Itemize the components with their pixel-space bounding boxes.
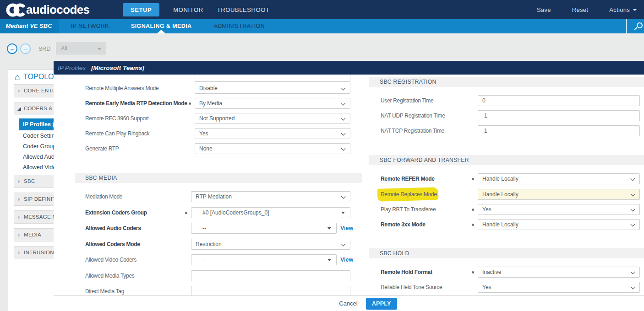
required-bullet-icon xyxy=(472,178,474,180)
allowed-audio-coders-label: Allowed Audio Coders xyxy=(85,223,141,234)
nat-tcp-registration-time-input[interactable]: -1 xyxy=(478,125,640,136)
play-rbt-to-transferee-select[interactable]: Yes xyxy=(478,204,640,215)
menu-troubleshoot[interactable]: TROUBLESHOOT xyxy=(217,6,270,13)
required-bullet-icon xyxy=(472,209,474,211)
dialog-footer: Cancel APPLY xyxy=(54,295,644,311)
remote-replaces-mode-select[interactable]: Handle Locally xyxy=(478,189,640,200)
user-registration-time-label: User Registration Time xyxy=(381,95,433,106)
sub-nav: Mediant VE SBC IP NETWORKSIGNALING & MED… xyxy=(0,19,644,33)
allowed-video-coders-select[interactable]: -- xyxy=(191,254,337,265)
form-row-generate-rtp: Generate RTPNone xyxy=(54,143,644,154)
collapse-icon xyxy=(17,107,21,111)
caret-down-icon xyxy=(633,9,637,11)
expand-icon xyxy=(18,198,20,201)
allowed-coders-mode-label: Allowed Coders Mode xyxy=(85,239,140,250)
logo-text: audiocodes xyxy=(26,3,89,17)
allowed-media-types-label: Allowed Media Types xyxy=(85,270,134,281)
expand-icon xyxy=(18,251,20,255)
reliable-held-tone-source-select[interactable]: Yes xyxy=(478,282,640,293)
section-sbc-hold: SBC HOLD xyxy=(369,248,644,258)
form-row-reliable-held-tone-source: Reliable Held Tone SourceYes xyxy=(54,282,644,293)
chevron-down-icon xyxy=(98,48,101,50)
required-bullet-icon xyxy=(472,271,474,273)
tab-ip-network[interactable]: IP NETWORK xyxy=(71,19,109,33)
expand-icon xyxy=(18,89,20,93)
remote-can-play-ringback-label: Remote Can Play Ringback xyxy=(85,128,149,139)
cancel-button[interactable]: Cancel xyxy=(339,300,357,307)
play-rbt-to-transferee-label: Play RBT To Transferee xyxy=(381,204,436,215)
form-row-remote-replaces-mode: Remote Replaces ModeHandle Locally xyxy=(54,189,644,200)
menu-monitor[interactable]: MONITOR xyxy=(173,6,203,13)
nat-tcp-registration-time-label: NAT TCP Registration Time xyxy=(381,125,444,136)
user-registration-time-input[interactable]: 0 xyxy=(478,95,640,106)
subnav-tabs: IP NETWORKSIGNALING & MEDIAADMINISTRATIO… xyxy=(71,19,265,33)
search-icon[interactable] xyxy=(635,22,643,30)
tab-administration[interactable]: ADMINISTRATION xyxy=(213,19,265,33)
required-bullet-icon xyxy=(472,224,474,226)
expand-icon xyxy=(18,180,20,183)
nat-udp-registration-time-label: NAT UDP Registration Time xyxy=(381,110,445,121)
allowed-coders-mode-select[interactable]: Restriction xyxy=(191,239,350,250)
nat-udp-registration-time-input[interactable]: -1 xyxy=(478,110,640,121)
dialog-title: IP Profiles xyxy=(58,64,86,71)
srd-dropdown[interactable]: All xyxy=(56,43,106,54)
remote-refer-mode-select[interactable]: Handle Locally xyxy=(478,173,640,184)
form-row-remote-hold-format: Remote Hold FormatInactive xyxy=(54,267,644,278)
ip-profiles-dialog: IP Profiles [Microsoft Teams] Remote Mul… xyxy=(54,61,644,311)
dialog-header: IP Profiles [Microsoft Teams] xyxy=(54,61,644,75)
search-separator xyxy=(626,19,627,33)
top-bar: audiocodes SETUPMONITORTROUBLESHOOT Save… xyxy=(0,0,644,19)
form-row-remote-3xx-mode: Remote 3xx ModeHandle Locally xyxy=(54,219,644,230)
audiocodes-logo[interactable]: audiocodes xyxy=(5,1,89,18)
dropdown-arrow-icon xyxy=(327,259,331,261)
topbar-actions: SaveResetActions xyxy=(537,0,637,19)
menu-setup[interactable]: SETUP xyxy=(123,3,159,16)
generate-rtp-select[interactable]: None xyxy=(195,143,350,154)
dialog-context: [Microsoft Teams] xyxy=(91,64,144,71)
remote-refer-mode-label: Remote REFER Mode xyxy=(381,173,435,184)
apply-button[interactable]: APPLY xyxy=(366,298,397,310)
allowed-video-coders-label: Allowed Video Coders xyxy=(85,254,136,265)
remote-3xx-mode-select[interactable]: Handle Locally xyxy=(478,219,640,230)
remote-replaces-mode-label: Remote Replaces Mode xyxy=(381,189,437,200)
topbar-menu: SETUPMONITORTROUBLESHOOT xyxy=(123,0,270,19)
expand-icon xyxy=(18,215,20,219)
remote-multiple-answers-mode-select[interactable]: Disable xyxy=(195,83,350,94)
remote-hold-format-select[interactable]: Inactive xyxy=(478,267,640,278)
mediation-mode-label: Mediation Mode xyxy=(85,191,122,202)
remote-early-media-rtp-detection-mode-label: Remote Early Media RTP Detection Mode xyxy=(85,98,187,109)
expand-icon xyxy=(18,233,20,237)
allowed-video-coders-view-link[interactable]: View xyxy=(340,254,353,265)
generate-rtp-label: Generate RTP xyxy=(85,143,119,154)
extension-coders-group-label: Extension Coders Group xyxy=(85,207,147,218)
save-button[interactable]: Save xyxy=(537,6,551,13)
remote-multiple-answers-mode-label: Remote Multiple Answers Mode xyxy=(85,83,158,94)
srd-label: SRD xyxy=(38,46,50,52)
section-sbc-forward-and-transfer: SBC FORWARD AND TRANSFER xyxy=(369,155,644,165)
remote-rfc-3960-support-label: Remote RFC 3960 Support xyxy=(85,113,149,124)
device-name: Mediant VE SBC xyxy=(0,19,58,33)
back-button[interactable]: ← xyxy=(7,43,17,54)
tab-signaling-media[interactable]: SIGNALING & MEDIA xyxy=(131,19,192,33)
section-sbc-registration: SBC REGISTRATION xyxy=(369,77,644,87)
actions-button[interactable]: Actions xyxy=(609,6,637,13)
remote-3xx-mode-label: Remote 3xx Mode xyxy=(381,219,426,230)
home-icon: ⌂ xyxy=(15,72,20,81)
form-row-remote-refer-mode: Remote REFER ModeHandle Locally xyxy=(54,173,644,184)
page: audiocodes SETUPMONITORTROUBLESHOOT Save… xyxy=(0,0,644,311)
remote-hold-format-label: Remote Hold Format xyxy=(381,267,432,278)
reset-button[interactable]: Reset xyxy=(572,6,588,13)
forward-button[interactable]: → xyxy=(20,43,31,54)
audiocodes-logo-icon xyxy=(5,1,27,18)
reliable-held-tone-source-label: Reliable Held Tone Source xyxy=(381,282,442,293)
